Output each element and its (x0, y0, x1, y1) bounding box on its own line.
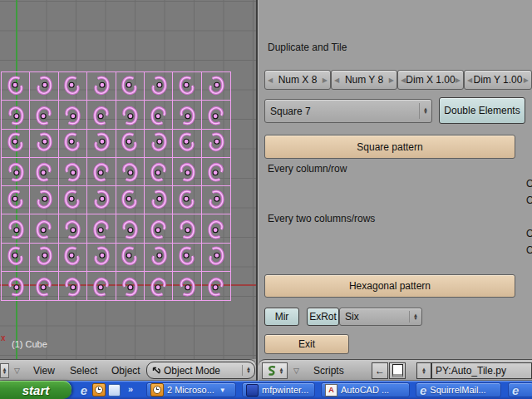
num-button-1[interactable]: ◀ Num Y 8 ▶ (331, 70, 397, 90)
maximize-window-button[interactable] (389, 362, 406, 379)
num-button-0[interactable]: ◀ Num X 8 ▶ (264, 70, 331, 90)
tile-object[interactable] (2, 214, 30, 243)
mir-toggle[interactable]: Mir (264, 308, 299, 326)
tile-object[interactable] (202, 272, 230, 300)
mode-selector-dropdown[interactable]: Object Mode ▲▼ (146, 362, 255, 379)
menu-select[interactable]: Select (70, 360, 97, 381)
six-dropdown[interactable]: Six ▲▼ (339, 308, 422, 326)
tile-object[interactable] (145, 214, 173, 243)
tile-object[interactable] (116, 244, 145, 272)
tile-object[interactable] (145, 101, 173, 129)
task-button[interactable]: mfpwinter... (242, 382, 315, 397)
start-button[interactable]: start (0, 381, 71, 399)
decrement-arrow-icon[interactable]: ◀ (401, 76, 406, 84)
tile-object[interactable] (145, 158, 173, 186)
exrot-toggle[interactable]: ExRot (307, 308, 339, 326)
tile-object[interactable] (2, 130, 30, 158)
tile-object[interactable] (202, 244, 230, 272)
tile-object[interactable] (2, 186, 30, 214)
tile-object[interactable] (30, 72, 58, 101)
tile-object[interactable] (87, 130, 116, 158)
tile-object[interactable] (116, 101, 145, 129)
tile-object[interactable] (173, 272, 201, 300)
increment-arrow-icon[interactable]: ▶ (456, 76, 461, 84)
tile-object[interactable] (87, 244, 116, 272)
tile-object[interactable] (145, 72, 173, 101)
tile-object[interactable] (202, 186, 230, 214)
tile-object[interactable] (173, 72, 201, 101)
clock-quicklaunch-icon[interactable] (92, 383, 106, 397)
chevron-overflow-icon[interactable]: » (124, 382, 137, 396)
decrement-arrow-icon[interactable]: ◀ (268, 76, 273, 84)
tile-object[interactable] (2, 101, 30, 129)
num-button-3[interactable]: ◀ Dim Y 1.00 ▶ (464, 70, 532, 90)
tile-object[interactable] (59, 214, 87, 243)
increment-arrow-icon[interactable]: ▶ (524, 76, 529, 84)
tile-object[interactable] (116, 272, 145, 300)
tile-object[interactable] (2, 272, 30, 300)
group-dropdown-icon[interactable]: ▼ (219, 387, 226, 394)
tile-object[interactable] (116, 130, 145, 158)
tile-object[interactable] (116, 214, 145, 243)
header-collapse-icon[interactable]: ▽ (14, 360, 20, 381)
tile-object[interactable] (202, 214, 230, 243)
scripts-menu[interactable]: Scripts (313, 360, 344, 381)
task-button[interactable]: e (508, 382, 532, 397)
increment-arrow-icon[interactable]: ▶ (323, 76, 328, 84)
tile-object[interactable] (30, 101, 58, 129)
tile-object[interactable] (30, 186, 58, 214)
tile-object[interactable] (116, 186, 145, 214)
increment-arrow-icon[interactable]: ▶ (389, 76, 394, 84)
script-selector-arrows[interactable]: ▲▼ (416, 362, 431, 379)
num-button-2[interactable]: ◀ Dim X 1.00 ▶ (397, 70, 464, 90)
tile-object[interactable] (87, 72, 116, 101)
3d-viewport[interactable]: x (1) Cube (0, 0, 256, 359)
app-quicklaunch-icon[interactable] (107, 383, 121, 397)
tile-object[interactable] (145, 244, 173, 272)
tile-object[interactable] (202, 72, 230, 101)
hexagonal-pattern-button[interactable]: Hexagonal pattern (264, 274, 515, 298)
tile-object[interactable] (173, 101, 201, 129)
square-pattern-button[interactable]: Square pattern (264, 135, 515, 159)
tile-object[interactable] (145, 186, 173, 214)
tile-object[interactable] (2, 244, 30, 272)
tile-object[interactable] (145, 272, 173, 300)
decrement-arrow-icon[interactable]: ◀ (467, 76, 472, 84)
tile-object[interactable] (202, 130, 230, 158)
menu-view[interactable]: View (33, 360, 55, 381)
task-button[interactable]: eSquirrelMail... (416, 382, 501, 397)
tile-object[interactable] (59, 186, 87, 214)
tile-object[interactable] (30, 272, 58, 300)
tile-object[interactable] (87, 272, 116, 300)
tile-object[interactable] (59, 72, 87, 101)
tiled-object-grid[interactable] (1, 71, 231, 301)
tile-object[interactable] (202, 158, 230, 186)
ie-quicklaunch-icon[interactable]: e (77, 383, 91, 397)
tile-object[interactable] (173, 214, 201, 243)
tile-object[interactable] (59, 272, 87, 300)
tile-object[interactable] (59, 158, 87, 186)
task-button[interactable]: AAutoCAD ... (321, 382, 410, 397)
editor-type-button[interactable]: ▲▼ (0, 363, 9, 378)
tile-object[interactable] (145, 130, 173, 158)
tile-object[interactable] (116, 158, 145, 186)
tile-object[interactable] (202, 101, 230, 129)
back-button[interactable]: ← (372, 362, 388, 379)
exit-button[interactable]: Exit (264, 334, 349, 354)
tile-object[interactable] (87, 214, 116, 243)
tile-object[interactable] (173, 158, 201, 186)
tile-object[interactable] (2, 72, 30, 101)
task-button[interactable]: 2 Microso...▼ (146, 382, 236, 397)
tile-object[interactable] (30, 244, 58, 272)
tile-object[interactable] (59, 130, 87, 158)
tile-object[interactable] (2, 158, 30, 186)
menu-object[interactable]: Object (111, 360, 140, 381)
decrement-arrow-icon[interactable]: ◀ (334, 76, 339, 84)
tile-object[interactable] (173, 130, 201, 158)
shape-dropdown[interactable]: Square 7 ▲▼ (264, 99, 432, 123)
tile-object[interactable] (30, 158, 58, 186)
tile-object[interactable] (30, 130, 58, 158)
editor-type-button[interactable]: ▲▼ (262, 362, 288, 379)
tile-object[interactable] (59, 244, 87, 272)
script-name-field[interactable]: PY:Auto_Tile.py (431, 362, 532, 379)
